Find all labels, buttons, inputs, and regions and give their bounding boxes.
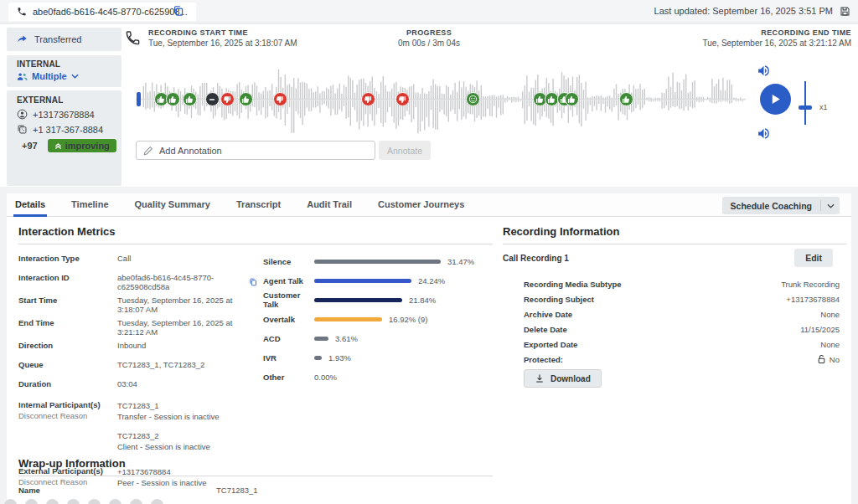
metric-value: Tuesday, September 16, 2025 at 3:18:07 A… bbox=[117, 296, 257, 314]
metric-label: Duration bbox=[18, 379, 117, 388]
recording-row-exported-date: Exported DateNone bbox=[524, 337, 840, 352]
recording-label: Protected: bbox=[524, 355, 563, 364]
tab-customer-journeys[interactable]: Customer Journeys bbox=[376, 193, 466, 217]
waveform-marker-sentiment[interactable] bbox=[466, 92, 480, 106]
chart-category-label: Agent Talk bbox=[263, 276, 314, 285]
interaction-id-text: abe0fad6-b616-4c45-8770-c625908... bbox=[33, 7, 188, 17]
wrapup-list: NameTC71283_1 bbox=[18, 486, 496, 501]
chart-bar bbox=[314, 279, 411, 283]
panel-divider bbox=[0, 187, 858, 193]
waveform-marker-negative[interactable] bbox=[395, 92, 410, 106]
waveform[interactable] bbox=[136, 61, 746, 138]
waveform-marker-positive[interactable] bbox=[565, 92, 579, 106]
chart-category-label: Silence bbox=[263, 257, 314, 266]
volume-down-icon[interactable] bbox=[757, 126, 771, 144]
waveform-marker-positive[interactable] bbox=[166, 92, 180, 106]
copy-id-icon[interactable] bbox=[173, 5, 184, 20]
metric-label: Interaction Type bbox=[18, 254, 117, 263]
save-icon[interactable] bbox=[840, 5, 850, 20]
chart-value-label: 31.47% bbox=[447, 257, 474, 266]
play-button[interactable] bbox=[760, 84, 791, 115]
recording-row-archive-date: Archive DateNone bbox=[524, 306, 840, 321]
copy-icon[interactable] bbox=[249, 277, 257, 287]
chart-row-agent-talk: Agent Talk24.24% bbox=[263, 273, 498, 288]
waveform-marker-positive[interactable] bbox=[619, 92, 633, 106]
speed-slider-knob[interactable] bbox=[799, 105, 812, 110]
metric-label: Queue bbox=[18, 360, 117, 369]
recording-label: Delete Date bbox=[524, 325, 567, 334]
phone-copy-icon bbox=[17, 124, 28, 135]
annotation-field bbox=[136, 141, 375, 160]
chart-category-label: Other bbox=[263, 373, 314, 382]
metric-row-end-time: End TimeTuesday, September 16, 2025 at 3… bbox=[18, 318, 257, 337]
metric-label: Start Time bbox=[18, 296, 117, 305]
call-recording-name: Call Recording 1 bbox=[503, 254, 569, 263]
waveform-marker-positive[interactable] bbox=[239, 92, 253, 106]
last-updated-text: Last updated: September 16, 2025 3:51 PM bbox=[654, 6, 833, 16]
waveform-marker-negative[interactable] bbox=[273, 92, 287, 106]
recording-row-recording-subject: Recording Subject+13173678884 bbox=[524, 291, 840, 306]
interaction-id-box[interactable]: abe0fad6-b616-4c45-8770-c625908... bbox=[8, 3, 196, 21]
annotation-input[interactable] bbox=[159, 146, 368, 156]
chart-bar bbox=[314, 260, 441, 264]
tab-details[interactable]: Details bbox=[13, 193, 47, 217]
tab-quality-summary[interactable]: Quality Summary bbox=[133, 193, 212, 217]
playhead[interactable] bbox=[137, 92, 141, 106]
recording-row-protected: Protected:No bbox=[524, 352, 840, 367]
schedule-coaching-button[interactable]: Schedule Coaching bbox=[722, 197, 840, 214]
download-icon bbox=[535, 373, 545, 383]
sentiment-score: +97 bbox=[22, 141, 38, 151]
volume-up-icon[interactable] bbox=[757, 64, 771, 81]
participant-values: TC71283_1Transfer - Session is inactiveT… bbox=[117, 400, 220, 460]
recording-label: Archive Date bbox=[524, 310, 572, 319]
chart-row-other: Other0.00% bbox=[263, 369, 498, 384]
schedule-coaching-label: Schedule Coaching bbox=[722, 201, 820, 211]
unlock-icon bbox=[817, 354, 826, 364]
annotate-button[interactable]: Annotate bbox=[379, 141, 431, 160]
recording-value: 11/15/2025 bbox=[800, 325, 840, 334]
chevrons-up-icon bbox=[54, 142, 62, 150]
section-rule bbox=[503, 244, 846, 244]
metric-value: TC71283_1, TC71283_2 bbox=[117, 360, 204, 369]
waveform-marker-positive[interactable] bbox=[545, 92, 559, 106]
download-label: Download bbox=[550, 374, 591, 383]
waveform-marker-negative[interactable] bbox=[361, 92, 375, 106]
participant-entry: TC71283_2Client - Session is inactive bbox=[117, 430, 220, 452]
download-button[interactable]: Download bbox=[524, 369, 602, 388]
external-phone-1: +13173678884 bbox=[33, 110, 95, 120]
chart-value-label: 1.93% bbox=[328, 353, 351, 363]
edit-button[interactable]: Edit bbox=[794, 249, 833, 267]
tab-audit-trail[interactable]: Audit Trail bbox=[305, 193, 354, 217]
metric-row-start-time: Start TimeTuesday, September 16, 2025 at… bbox=[18, 296, 257, 314]
metric-row-duration: Duration03:04 bbox=[18, 379, 257, 394]
top-bar: abe0fad6-b616-4c45-8770-c625908... Last … bbox=[0, 0, 858, 23]
waveform-marker-negative[interactable] bbox=[220, 92, 235, 106]
internal-multiple-dropdown[interactable]: Multiple bbox=[17, 71, 111, 81]
participant-label: Internal Participant(s)Disconnect Reason bbox=[18, 400, 117, 420]
tab-transcript[interactable]: Transcript bbox=[235, 193, 282, 217]
waveform-marker-neutral[interactable] bbox=[205, 92, 220, 106]
metric-row-interaction-id: Interaction IDabe0fad6-b616-4c45-8770-c6… bbox=[18, 273, 257, 291]
metric-value: Tuesday, September 16, 2025 at 3:21:12 A… bbox=[117, 318, 257, 337]
chart-value-label: 0.00% bbox=[314, 373, 337, 382]
tab-timeline[interactable]: Timeline bbox=[70, 193, 110, 217]
recording-value: None bbox=[820, 310, 840, 319]
chart-row-acd: ACD3.61% bbox=[263, 331, 498, 346]
external-phone-2: +1 317-367-8884 bbox=[33, 125, 103, 135]
recording-end-time: RECORDING END TIME Tue, September 16, 20… bbox=[702, 28, 851, 48]
recording-value: Trunk Recording bbox=[781, 280, 840, 289]
chart-row-silence: Silence31.47% bbox=[263, 254, 498, 269]
metric-value: 03:04 bbox=[117, 379, 137, 388]
chart-value-label: 21.84% bbox=[409, 296, 436, 305]
recording-label: Recording Subject bbox=[524, 295, 594, 304]
recording-value: None bbox=[820, 340, 840, 349]
sentiment-trend-badge[interactable]: improving bbox=[48, 139, 116, 152]
chevron-down-icon[interactable] bbox=[821, 197, 840, 214]
chart-category-label: Overtalk bbox=[263, 315, 314, 324]
waveform-marker-positive[interactable] bbox=[183, 92, 197, 106]
speed-slider-rail[interactable] bbox=[804, 81, 806, 125]
metric-row-interaction-type: Interaction TypeCall bbox=[18, 254, 257, 269]
person-circle-icon bbox=[17, 109, 28, 120]
people-icon bbox=[17, 72, 28, 81]
internal-multiple-label: Multiple bbox=[32, 71, 67, 81]
